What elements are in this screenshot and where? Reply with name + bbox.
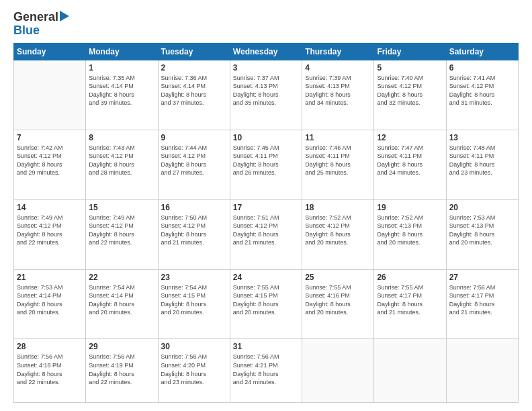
- day-info: Sunrise: 7:46 AM Sunset: 4:11 PM Dayligh…: [305, 144, 371, 177]
- calendar-cell: 22Sunrise: 7:54 AM Sunset: 4:14 PM Dayli…: [86, 269, 158, 339]
- day-info: Sunrise: 7:55 AM Sunset: 4:17 PM Dayligh…: [377, 283, 443, 317]
- calendar-week-row: 1Sunrise: 7:35 AM Sunset: 4:14 PM Daylig…: [14, 60, 519, 130]
- calendar-cell: 2Sunrise: 7:36 AM Sunset: 4:14 PM Daylig…: [158, 60, 230, 130]
- calendar-cell: 30Sunrise: 7:56 AM Sunset: 4:20 PM Dayli…: [158, 339, 230, 403]
- calendar-cell: 24Sunrise: 7:55 AM Sunset: 4:15 PM Dayli…: [230, 269, 302, 339]
- day-info: Sunrise: 7:36 AM Sunset: 4:14 PM Dayligh…: [161, 74, 227, 107]
- calendar-cell: 16Sunrise: 7:50 AM Sunset: 4:12 PM Dayli…: [158, 199, 230, 269]
- day-info: Sunrise: 7:56 AM Sunset: 4:21 PM Dayligh…: [233, 353, 299, 386]
- calendar-cell: 23Sunrise: 7:54 AM Sunset: 4:15 PM Dayli…: [158, 269, 230, 339]
- calendar-cell: 5Sunrise: 7:40 AM Sunset: 4:12 PM Daylig…: [374, 60, 446, 130]
- calendar-cell: [374, 339, 446, 403]
- day-info: Sunrise: 7:56 AM Sunset: 4:18 PM Dayligh…: [17, 353, 83, 386]
- logo: General Blue: [13, 11, 69, 38]
- day-info: Sunrise: 7:35 AM Sunset: 4:14 PM Dayligh…: [89, 74, 154, 107]
- day-info: Sunrise: 7:44 AM Sunset: 4:12 PM Dayligh…: [161, 144, 227, 177]
- calendar-cell: 15Sunrise: 7:49 AM Sunset: 4:12 PM Dayli…: [86, 199, 158, 269]
- day-number: 4: [305, 63, 371, 73]
- weekday-header: Sunday: [14, 43, 86, 60]
- day-info: Sunrise: 7:55 AM Sunset: 4:15 PM Dayligh…: [233, 283, 299, 317]
- day-info: Sunrise: 7:54 AM Sunset: 4:14 PM Dayligh…: [89, 283, 154, 317]
- calendar-cell: 11Sunrise: 7:46 AM Sunset: 4:11 PM Dayli…: [302, 130, 374, 199]
- calendar-cell: 21Sunrise: 7:53 AM Sunset: 4:14 PM Dayli…: [14, 269, 86, 339]
- weekday-header: Monday: [86, 43, 158, 60]
- day-number: 21: [17, 273, 83, 282]
- calendar-cell: 4Sunrise: 7:39 AM Sunset: 4:13 PM Daylig…: [302, 60, 374, 130]
- day-info: Sunrise: 7:42 AM Sunset: 4:12 PM Dayligh…: [17, 144, 83, 177]
- day-number: 10: [233, 133, 299, 142]
- day-number: 5: [377, 63, 443, 73]
- weekday-header: Friday: [374, 43, 446, 60]
- day-number: 6: [449, 63, 515, 73]
- day-number: 19: [377, 203, 443, 212]
- calendar-cell: 12Sunrise: 7:47 AM Sunset: 4:11 PM Dayli…: [374, 130, 446, 199]
- calendar-cell: 31Sunrise: 7:56 AM Sunset: 4:21 PM Dayli…: [230, 339, 302, 403]
- calendar-cell: 20Sunrise: 7:53 AM Sunset: 4:13 PM Dayli…: [446, 199, 518, 269]
- day-info: Sunrise: 7:56 AM Sunset: 4:19 PM Dayligh…: [89, 353, 154, 386]
- day-number: 17: [233, 203, 299, 212]
- calendar-header-row: SundayMondayTuesdayWednesdayThursdayFrid…: [14, 43, 519, 60]
- day-info: Sunrise: 7:39 AM Sunset: 4:13 PM Dayligh…: [305, 74, 371, 107]
- day-info: Sunrise: 7:52 AM Sunset: 4:13 PM Dayligh…: [377, 214, 443, 247]
- calendar-cell: 9Sunrise: 7:44 AM Sunset: 4:12 PM Daylig…: [158, 130, 230, 199]
- day-number: 28: [17, 342, 83, 351]
- calendar-cell: 8Sunrise: 7:43 AM Sunset: 4:12 PM Daylig…: [86, 130, 158, 199]
- calendar-cell: 6Sunrise: 7:41 AM Sunset: 4:12 PM Daylig…: [446, 60, 518, 130]
- calendar-cell: [14, 60, 86, 130]
- calendar-cell: 28Sunrise: 7:56 AM Sunset: 4:18 PM Dayli…: [14, 339, 86, 403]
- day-info: Sunrise: 7:51 AM Sunset: 4:12 PM Dayligh…: [233, 214, 299, 247]
- calendar-cell: 18Sunrise: 7:52 AM Sunset: 4:12 PM Dayli…: [302, 199, 374, 269]
- day-number: 30: [161, 342, 227, 351]
- day-info: Sunrise: 7:50 AM Sunset: 4:12 PM Dayligh…: [161, 214, 227, 247]
- day-info: Sunrise: 7:40 AM Sunset: 4:12 PM Dayligh…: [377, 74, 443, 107]
- day-info: Sunrise: 7:52 AM Sunset: 4:12 PM Dayligh…: [305, 214, 371, 247]
- day-number: 15: [89, 203, 154, 212]
- calendar: SundayMondayTuesdayWednesdayThursdayFrid…: [13, 43, 519, 403]
- calendar-cell: 1Sunrise: 7:35 AM Sunset: 4:14 PM Daylig…: [86, 60, 158, 130]
- day-info: Sunrise: 7:56 AM Sunset: 4:20 PM Dayligh…: [161, 353, 227, 386]
- day-number: 2: [161, 63, 227, 73]
- day-number: 8: [89, 133, 154, 142]
- calendar-cell: 25Sunrise: 7:55 AM Sunset: 4:16 PM Dayli…: [302, 269, 374, 339]
- calendar-cell: 27Sunrise: 7:56 AM Sunset: 4:17 PM Dayli…: [446, 269, 518, 339]
- calendar-week-row: 21Sunrise: 7:53 AM Sunset: 4:14 PM Dayli…: [14, 269, 519, 339]
- weekday-header: Wednesday: [230, 43, 302, 60]
- day-info: Sunrise: 7:49 AM Sunset: 4:12 PM Dayligh…: [17, 214, 83, 247]
- day-number: 22: [89, 273, 154, 282]
- day-number: 7: [17, 133, 83, 142]
- day-number: 23: [161, 273, 227, 282]
- day-info: Sunrise: 7:43 AM Sunset: 4:12 PM Dayligh…: [89, 144, 154, 177]
- day-number: 25: [305, 273, 371, 282]
- day-info: Sunrise: 7:49 AM Sunset: 4:12 PM Dayligh…: [89, 214, 154, 247]
- day-number: 18: [305, 203, 371, 212]
- calendar-cell: 7Sunrise: 7:42 AM Sunset: 4:12 PM Daylig…: [14, 130, 86, 199]
- day-info: Sunrise: 7:47 AM Sunset: 4:11 PM Dayligh…: [377, 144, 443, 177]
- day-number: 13: [449, 133, 515, 142]
- day-number: 3: [233, 63, 299, 73]
- calendar-cell: 19Sunrise: 7:52 AM Sunset: 4:13 PM Dayli…: [374, 199, 446, 269]
- calendar-week-row: 7Sunrise: 7:42 AM Sunset: 4:12 PM Daylig…: [14, 130, 519, 199]
- day-info: Sunrise: 7:45 AM Sunset: 4:11 PM Dayligh…: [233, 144, 299, 177]
- day-info: Sunrise: 7:54 AM Sunset: 4:15 PM Dayligh…: [161, 283, 227, 317]
- logo-blue: Blue: [13, 24, 40, 38]
- calendar-cell: 26Sunrise: 7:55 AM Sunset: 4:17 PM Dayli…: [374, 269, 446, 339]
- day-info: Sunrise: 7:41 AM Sunset: 4:12 PM Dayligh…: [449, 74, 515, 107]
- day-number: 1: [89, 63, 154, 73]
- page: General Blue SundayMondayTuesdayWednesda…: [0, 0, 532, 411]
- day-number: 20: [449, 203, 515, 212]
- calendar-cell: 14Sunrise: 7:49 AM Sunset: 4:12 PM Dayli…: [14, 199, 86, 269]
- day-info: Sunrise: 7:56 AM Sunset: 4:17 PM Dayligh…: [449, 283, 515, 317]
- day-info: Sunrise: 7:53 AM Sunset: 4:13 PM Dayligh…: [449, 214, 515, 247]
- day-number: 26: [377, 273, 443, 282]
- day-number: 11: [305, 133, 371, 142]
- calendar-cell: [446, 339, 518, 403]
- day-number: 24: [233, 273, 299, 282]
- day-info: Sunrise: 7:37 AM Sunset: 4:13 PM Dayligh…: [233, 74, 299, 107]
- calendar-week-row: 14Sunrise: 7:49 AM Sunset: 4:12 PM Dayli…: [14, 199, 519, 269]
- day-number: 12: [377, 133, 443, 142]
- weekday-header: Tuesday: [158, 43, 230, 60]
- calendar-cell: 17Sunrise: 7:51 AM Sunset: 4:12 PM Dayli…: [230, 199, 302, 269]
- logo-text: General: [13, 11, 58, 24]
- day-info: Sunrise: 7:55 AM Sunset: 4:16 PM Dayligh…: [305, 283, 371, 317]
- weekday-header: Thursday: [302, 43, 374, 60]
